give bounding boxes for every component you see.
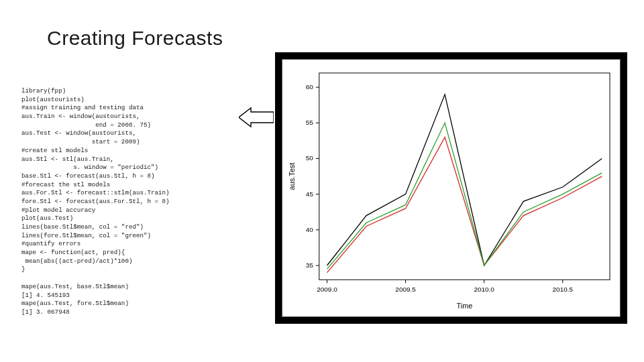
svg-text:50: 50 (306, 154, 314, 162)
code-line: aus.Stl <- stl(aus.Train, (21, 156, 114, 163)
code-line: #quantify errors (21, 240, 80, 247)
code-line: } (21, 265, 25, 273)
svg-text:2010.0: 2010.0 (474, 286, 494, 293)
svg-text:Time: Time (456, 302, 472, 310)
svg-text:45: 45 (306, 190, 314, 198)
code-line: start = 2009) (21, 138, 140, 145)
code-line: mean(abs((act-pred)/act)*100) (21, 257, 132, 265)
code-line: aus.Test <- window(austourists, (21, 129, 136, 137)
svg-text:60: 60 (306, 83, 314, 90)
svg-text:40: 40 (306, 226, 314, 233)
svg-text:55: 55 (306, 119, 314, 126)
code-line: #forecast the stl models (21, 181, 110, 188)
code-line: lines(base.Stl$mean, col = "red") (21, 223, 144, 231)
svg-text:2009.0: 2009.0 (317, 286, 337, 293)
code-line: mape(aus.Test, fore.Stl$mean) (21, 300, 129, 307)
svg-text:2009.5: 2009.5 (395, 286, 416, 293)
svg-text:35: 35 (306, 261, 314, 269)
code-line: base.Stl <- forecast(aus.Stl, h = 8) (21, 172, 154, 180)
code-line: [1] 4. 545193 (21, 292, 70, 299)
svg-rect-1 (319, 73, 610, 280)
page-title: Creating Forecasts (47, 27, 223, 50)
r-code-block: library(fpp) plot(austourists) #assign t… (21, 87, 236, 317)
code-line: plot(austourists) (21, 96, 85, 103)
code-line: lines(fore.Stl$mean, col = "green") (21, 232, 151, 239)
callout-arrow-icon (239, 106, 274, 129)
svg-text:2010.5: 2010.5 (553, 286, 574, 293)
code-line: library(fpp) (21, 87, 66, 95)
code-line: [1] 3. 067948 (21, 308, 70, 316)
svg-text:aus.Test: aus.Test (288, 163, 296, 190)
code-line: #plot model accuracy (21, 206, 95, 214)
code-line: aus.Train <- window(austourists, (21, 113, 140, 120)
code-line: fore.Stl <- forecast(aus.For.Stl, h = 8) (21, 198, 170, 205)
chart-plot: 3540455055602009.02009.52010.02010.5Time… (282, 59, 621, 317)
code-line: plot(aus.Test) (21, 215, 73, 222)
svg-marker-0 (239, 108, 274, 127)
code-line: end = 2008. 75) (21, 121, 151, 129)
code-line: #create stl models (21, 147, 88, 154)
code-line: s. window = "periodic") (21, 164, 158, 171)
chart-frame: 3540455055602009.02009.52010.02010.5Time… (275, 52, 627, 324)
code-line: mape <- function(act, pred){ (21, 249, 125, 256)
code-line: mape(aus.Test, base.Stl$mean) (21, 283, 129, 290)
code-line: aus.For.Stl <- forecast::stlm(aus.Train) (21, 189, 170, 196)
code-line: #assign training and testing data (21, 104, 144, 111)
